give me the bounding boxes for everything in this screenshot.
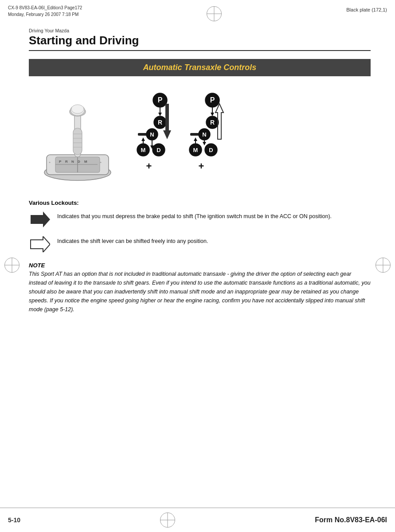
- svg-marker-58: [194, 137, 197, 141]
- svg-marker-59: [31, 211, 50, 227]
- svg-text:D: D: [156, 147, 160, 153]
- svg-text:+: +: [49, 161, 51, 164]
- svg-text:D: D: [209, 147, 213, 153]
- outline-arrow-icon: [29, 236, 50, 254]
- svg-marker-60: [31, 236, 50, 252]
- lockouts-title: Various Lockouts:: [29, 200, 371, 206]
- header-left: CX-9 8V83-EA-06I_Edition3 Page172 Monday…: [8, 4, 82, 18]
- svg-text:N: N: [71, 160, 74, 164]
- svg-text:M: M: [193, 147, 198, 153]
- svg-text:+: +: [199, 160, 204, 172]
- reg-mark-left: [4, 258, 20, 274]
- svg-marker-34: [158, 113, 162, 116]
- header-line2: Monday, February 26 2007 7:18 PM: [8, 11, 82, 18]
- filled-arrow-icon: [29, 211, 50, 229]
- shift-diagram-2: P R N M D +: [187, 90, 227, 190]
- footer-reg-mark: [160, 512, 175, 528]
- svg-text:M: M: [141, 147, 146, 153]
- section-box: Automatic Transaxle Controls: [29, 59, 371, 76]
- page-number: 5-10: [8, 516, 20, 524]
- lockout-text-1: Indicates that you must depress the brak…: [57, 211, 332, 221]
- lockout-item-1: Indicates that you must depress the brak…: [29, 211, 371, 229]
- page-footer: 5-10 Form No.8V83-EA-06I: [0, 508, 395, 532]
- note-text: This Sport AT has an option that is not …: [29, 270, 371, 314]
- shifter-illustration: P R N D M: [33, 86, 126, 185]
- svg-marker-38: [141, 137, 145, 141]
- svg-text:P: P: [158, 96, 163, 104]
- header-line1: CX-9 8V83-EA-06I_Edition3 Page172: [8, 4, 82, 11]
- svg-text:+: +: [146, 160, 152, 172]
- form-number: Form No.8V83-EA-06I: [315, 516, 387, 524]
- svg-text:N: N: [202, 131, 206, 138]
- reg-mark-right: [375, 258, 391, 274]
- lockouts-section: Various Lockouts: Indicates that you mus…: [29, 200, 371, 254]
- diagrams-area: P R N D M: [29, 86, 371, 190]
- title-rule: [29, 50, 371, 51]
- svg-marker-56: [203, 142, 206, 145]
- note-title: NOTE: [29, 262, 371, 269]
- svg-text:D: D: [78, 160, 80, 164]
- page-title: Starting and Driving: [29, 34, 371, 47]
- header-reg-mark-top: [207, 4, 222, 21]
- svg-text:+: +: [100, 161, 102, 164]
- svg-rect-14: [73, 128, 82, 155]
- section-label: Driving Your Mazda: [29, 28, 371, 33]
- svg-text:R: R: [210, 119, 215, 126]
- shift-patterns: P R N M D +: [134, 90, 227, 190]
- svg-text:R: R: [158, 119, 162, 126]
- reg-mark-top-center: [207, 6, 222, 21]
- svg-text:N: N: [150, 131, 154, 138]
- shift-diagram-1: P R N M D +: [134, 90, 174, 190]
- svg-text:M: M: [84, 160, 87, 164]
- svg-text:P: P: [210, 96, 215, 104]
- page-header: CX-9 8V83-EA-06I_Edition3 Page172 Monday…: [0, 0, 395, 21]
- svg-point-13: [71, 105, 84, 113]
- header-right: Black plate (172,1): [346, 4, 387, 12]
- lockout-item-2: Indicates the shift lever can be shifted…: [29, 235, 371, 254]
- lockout-text-2: Indicates the shift lever can be shifted…: [57, 235, 208, 246]
- note-section: NOTE This Sport AT has an option that is…: [29, 262, 371, 314]
- svg-marker-54: [211, 113, 214, 116]
- svg-text:R: R: [65, 160, 68, 164]
- page-content: Driving Your Mazda Starting and Driving …: [0, 21, 395, 318]
- reg-mark-footer: [160, 512, 175, 528]
- svg-text:P: P: [59, 160, 62, 164]
